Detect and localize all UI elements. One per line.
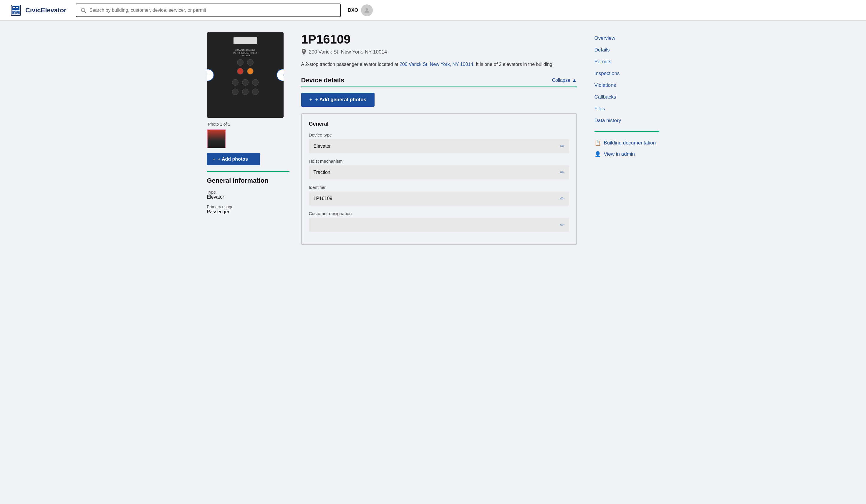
user-initials: DXO [348,8,358,13]
field-identifier-edit[interactable]: ✏ [560,195,565,202]
field-identifier-value: 1P16109 [314,196,332,201]
user-area: DXO [348,4,373,16]
elevator-btn-3 [232,79,238,85]
device-details-line [301,87,577,88]
usage-label: Primary usage [207,205,289,209]
logo-icon [9,4,22,17]
type-value: Elevator [207,194,289,200]
device-id: 1P16109 [301,32,577,46]
search-input[interactable] [89,8,336,13]
avatar[interactable] [361,4,373,16]
type-label: Type [207,190,289,194]
field-device-type-value: Elevator [314,144,331,149]
general-info-title: General information [207,177,289,184]
field-identifier-input: 1P16109 ✏ [309,192,569,206]
thumbnail-1[interactable] [207,129,226,148]
nav-link-violations[interactable]: Violations [595,79,659,91]
add-photos-label: + Add photos [218,157,248,162]
details-card: General Device type Elevator ✏ Hoist mec… [301,113,577,245]
right-nav-panel: Overview Details Permits Inspections Vio… [595,32,659,245]
elevator-btn-6 [232,89,238,95]
elevator-btn-1 [237,59,244,66]
collapse-arrow-icon: ▲ [572,78,577,83]
address-text: 200 Varick St, New York, NY 10014 [309,49,387,55]
field-device-type-label: Device type [309,133,569,137]
nav-divider [595,131,659,132]
svg-point-7 [18,12,19,13]
avatar-icon [363,7,370,14]
svg-line-11 [85,11,86,13]
desc-link[interactable]: 200 Varick St, New York, NY 10014 [400,62,473,67]
desc-suffix: . It is one of 2 elevators in the buildi… [473,62,554,67]
main-container: CAPACITY 4000 LBSFOR FIRE DEPARTMENTUSE … [198,21,669,256]
field-hoist-value: Traction [314,170,330,175]
add-photos-plus-icon: + [213,157,215,162]
elevator-buttons-row-4 [232,89,258,95]
field-device-type-input: Elevator ✏ [309,139,569,153]
building-docs-icon: 📋 [595,140,601,146]
add-general-photos-button[interactable]: + + Add general photos [301,93,375,107]
field-customer-designation-edit[interactable]: ✏ [560,221,565,228]
field-identifier-label: Identifier [309,185,569,190]
type-info: Type Elevator [207,190,289,200]
field-customer-designation-input: ✏ [309,218,569,232]
nav-link-callbacks[interactable]: Callbacks [595,91,659,103]
device-details-title: Device details [301,77,345,84]
search-icon [80,7,86,13]
nav-link-files[interactable]: Files [595,103,659,115]
search-bar [76,3,341,17]
field-hoist-label: Hoist mechanism [309,159,569,163]
photo-counter: Photo 1 of 1 [208,122,289,126]
add-general-photos-label: + Add general photos [315,97,366,103]
elevator-buttons-row-2 [237,68,254,75]
svg-point-6 [13,12,14,13]
device-description: A 2-stop traction passenger elevator loc… [301,61,577,68]
center-panel: 1P16109 200 Varick St, New York, NY 1001… [301,32,577,245]
elevator-sticker: CAPACITY 4000 LBSFOR FIRE DEPARTMENTUSE … [233,49,257,57]
add-photos-button[interactable]: + + Add photos [207,153,260,165]
field-device-type-edit[interactable]: ✏ [560,143,565,149]
logo[interactable]: CivicElevator [9,4,66,17]
usage-value: Passenger [207,209,289,215]
nav-link-inspections[interactable]: Inspections [595,68,659,79]
nav-link-permits[interactable]: Permits [595,56,659,68]
building-docs-label: Building documentation [604,140,656,146]
nav-link-details[interactable]: Details [595,44,659,56]
nav-link-building-docs[interactable]: 📋 Building documentation [595,137,659,149]
elevator-btn-5 [252,79,258,85]
field-device-type: Device type Elevator ✏ [309,133,569,153]
elevator-buttons-row-3 [232,79,258,85]
field-customer-designation-label: Customer designation [309,211,569,216]
thumbnail-strip [207,129,289,148]
card-section-title: General [309,121,569,127]
field-customer-designation: Customer designation ✏ [309,211,569,232]
collapse-button[interactable]: Collapse ▲ [552,78,577,83]
elevator-btn-2 [247,59,254,66]
elevator-display [233,37,257,44]
device-details-header: Device details Collapse ▲ [301,77,577,84]
elevator-btn-orange [247,68,254,75]
nav-link-view-admin[interactable]: 👤 View in admin [595,149,659,160]
location-icon [301,49,307,55]
elevator-btn-8 [252,89,258,95]
svg-rect-3 [13,7,15,8]
view-admin-icon: 👤 [595,151,601,157]
elevator-btn-7 [242,89,248,95]
photo-viewer: CAPACITY 4000 LBSFOR FIRE DEPARTMENTUSE … [207,32,284,118]
desc-plain: A 2-stop traction passenger elevator loc… [301,62,400,67]
usage-info: Primary usage Passenger [207,205,289,215]
add-general-plus-icon: + [310,97,312,103]
elevator-btn-4 [242,79,248,85]
general-info-divider [207,171,289,172]
elevator-image: CAPACITY 4000 LBSFOR FIRE DEPARTMENTUSE … [207,32,284,118]
view-admin-label: View in admin [604,151,635,157]
nav-link-overview[interactable]: Overview [595,32,659,44]
field-hoist-input: Traction ✏ [309,165,569,180]
elevator-btn-red [237,68,244,75]
nav-link-data-history[interactable]: Data history [595,115,659,126]
device-address: 200 Varick St, New York, NY 10014 [301,49,577,55]
field-hoist-edit[interactable]: ✏ [560,169,565,176]
elevator-buttons-row [237,59,254,66]
logo-text: CivicElevator [25,7,66,14]
field-identifier: Identifier 1P16109 ✏ [309,185,569,206]
